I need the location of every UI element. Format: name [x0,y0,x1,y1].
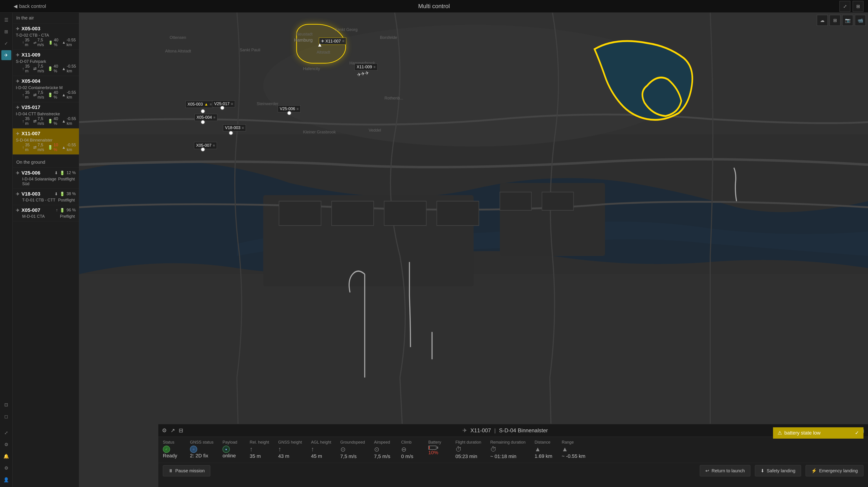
status-circle: ✓ [163,446,170,453]
battery-label: Battery [428,440,441,445]
speed-icon: ⇄ [33,40,36,45]
map-ctrl-video[interactable]: 📹 [855,15,866,26]
airspeed-label: Airspeed [374,440,390,445]
ground-battery-x05-007: 96 % [66,208,76,213]
groundspeed-label: Groundspeed [340,440,365,445]
sidebar-check[interactable]: ✓ [1,38,11,48]
sidebar-ham[interactable]: ☰ [1,15,11,25]
back-label: back control [19,3,46,9]
icon-sidebar: ☰ ⊞ ✓ ✈ ⊡ ◻ ⤢ ⚙ 🔔 ⚙ 👤 [0,13,13,487]
landing-icon: ⬇ [55,170,58,175]
ground-drone-icon-v18: ✈ [16,191,20,197]
safety-landing-button[interactable]: ⬇ Safety landing [755,465,801,476]
payload-circle: ● [222,446,230,453]
sidebar-apps[interactable]: ◻ [1,412,11,421]
climb-value: 0 m/s [401,454,413,459]
battery-bar [428,446,438,450]
ground-route: I-D-04 Solaranlage Süd [22,177,58,186]
clock-icon: ⏱ [456,446,462,453]
drone-item-v25-017[interactable]: ✈ V25-017 I-D-04 CTT Bahnstrecke ↑ 35 m … [13,102,79,128]
map-label-x11-007[interactable]: ✈ X11-007 ≡ [319,37,346,45]
map-dot-v25-017 [220,106,224,110]
range-stat: ▲ -0.55 km [62,38,76,47]
drone-route: S-D-04 Binnenalster [16,138,76,143]
stat-groundspeed: Groundspeed ⊙ 7,5 m/s [340,440,365,459]
emergency-landing-button[interactable]: ⚡ Emergency landing [806,465,864,476]
share-icon[interactable]: ↗ [170,427,175,434]
map-label-x11-009[interactable]: X11-009 ≡ [354,64,377,70]
drone-item-x05-003[interactable]: ✈ X05-003 T-D-02 CTB - CTA ↑ 35 m ⇄ 7,5 … [13,24,79,50]
stat-remaining-duration: Remaining duration ⏱ ~ 01:18 min [490,440,526,459]
sidebar-module[interactable]: ⊡ [1,400,11,410]
map-label-v18-003[interactable]: V18-003 ≡ [223,124,246,131]
page-title: Multi control [418,3,450,10]
sidebar-settings[interactable]: ⚙ [1,440,11,450]
svg-rect-11 [542,192,574,210]
drone-icon-x05-004: ✈ [16,78,20,84]
map-dot-x05-003 [201,109,205,113]
map-ctrl-layers[interactable]: ⊞ [830,15,840,26]
drone-item-x05-007[interactable]: ✈ X05-007 ↑ 🔋 96 % M-D-01 CTA Preflight [13,205,79,221]
city-hafencity: Hafencity [303,66,320,71]
timeline-icon[interactable]: ⊟ [179,427,183,434]
return-to-launch-button[interactable]: ↩ Return to launch [700,465,750,476]
sidebar-flight[interactable]: ✈ [1,50,11,60]
ground-drone-name-x05-007: X05-007 [22,207,40,213]
map-label-x05-003[interactable]: X05-003 ▲ ≡ [185,101,214,108]
layout-button[interactable]: ⊞ [852,1,864,12]
ground-drone-name: V18-003 [22,191,40,197]
svg-rect-10 [500,192,531,210]
range-icon-bottom: ▲ [562,446,568,453]
pause-mission-button[interactable]: ⏸ Pause mission [163,465,210,476]
remain-clock-icon: ⏱ [490,446,497,453]
svg-rect-9 [437,201,479,226]
flight-dur-value: 05:23 min [456,454,477,459]
map-ctrl-weather[interactable]: ☁ [817,15,828,26]
drone-item-v25-006[interactable]: ✈ V25-006 ⬇ 🔋 12 % I-D-04 Solaranlage Sü… [13,168,79,189]
map-label-x05-004[interactable]: X05-004 ≡ [194,114,217,121]
speed-stat: ⇄ 7,5 m/s [33,64,44,73]
sidebar-expand[interactable]: ⤢ [1,428,11,438]
rel-height-value: 35 m [250,453,261,459]
bottom-toolbar: ⚙ ↗ ⊟ ✈ X11-007 | S-D-04 Binnenalster ☁ … [158,424,868,437]
ground-status-v18: Postflight [58,198,76,202]
ground-batt-icon: 🔋 [60,170,65,175]
ground-status-x05-007: Preflight [60,214,76,219]
map-area[interactable]: Ottensen Altona Altstadt Sankt Pauli San… [79,13,868,487]
ground-drone-icon: ✈ [16,170,20,176]
airspeed-icon: ⊙ [374,446,379,453]
svg-rect-8 [384,201,426,226]
safety-icon: ⬇ [761,468,765,474]
drone-item-x05-004[interactable]: ✈ X05-004 I-D-02 Containerbrücke M ↑ 35 … [13,76,79,102]
gnss-height-icon: ↑ [278,446,281,453]
stat-gnss: GNSS status ○ 2: 2D fix [190,440,214,459]
city-pauli: Sankt Pauli [240,48,260,53]
city-steinwerder: Steinwerder [257,101,278,106]
range-value: ~ -0.55 km [562,453,586,459]
range-value: -0.55 km [66,38,76,47]
stat-agl-height: AGL height ↑ 45 m [311,440,331,459]
status-value: Ready [163,453,177,459]
batt-value: 40 % [54,38,58,47]
sidebar-grid[interactable]: ⊞ [1,27,11,37]
agl-height-icon: ↑ [311,446,314,453]
settings-icon[interactable]: ⚙ [162,427,167,434]
drone-item-v18-003[interactable]: ✈ V18-003 ⬇ 🔋 38 % T-D-01 CTB - CTT Post… [13,189,79,205]
fullscreen-button[interactable]: ⤢ [839,1,850,12]
drone-item-x11-009[interactable]: ✈ X11-009 S-D-07 Fuhrpark ↑ 35 m ⇄ 7,5 m… [13,50,79,76]
sidebar-alert[interactable]: 🔔 [1,451,11,461]
back-button[interactable]: ◀ back control [13,3,46,9]
takeoff-icon: ↑ [56,208,58,213]
range-icon: ▲ [62,40,66,44]
map-ctrl-camera[interactable]: 📷 [842,15,853,26]
alert-check-icon[interactable]: ✓ [855,430,859,436]
sidebar-gear[interactable]: ⚙ [1,463,11,473]
ground-battery-v18: 38 % [66,192,76,196]
ground-batt-icon-x05-007: 🔋 [60,208,65,213]
map-label-x05-007[interactable]: X05-007 ≡ [194,142,217,149]
sidebar-user[interactable]: 👤 [1,475,11,485]
battery-fill [429,446,430,449]
drone-item-x11-007[interactable]: ✈ X11-007 S-D-04 Binnenalster ↑ 35 m ⇄ 7… [13,128,79,155]
distance-icon: ▲ [535,446,541,453]
map-dot-v18-003 [229,131,233,135]
